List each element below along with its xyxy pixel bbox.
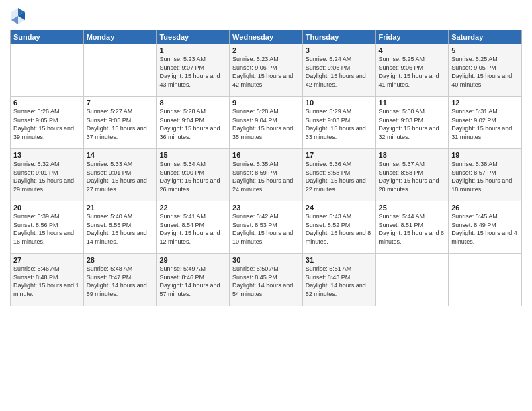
calendar-cell: 6Sunrise: 5:26 AM Sunset: 9:05 PM Daylig… xyxy=(11,97,84,149)
day-number: 10 xyxy=(306,99,373,107)
cell-content: Sunrise: 5:38 AM Sunset: 8:57 PM Dayligh… xyxy=(451,160,519,193)
calendar-cell: 20Sunrise: 5:39 AM Sunset: 8:56 PM Dayli… xyxy=(11,201,84,254)
cell-content: Sunrise: 5:51 AM Sunset: 8:43 PM Dayligh… xyxy=(306,265,373,298)
cell-content: Sunrise: 5:28 AM Sunset: 9:04 PM Dayligh… xyxy=(232,107,300,141)
calendar-cell: 2Sunrise: 5:23 AM Sunset: 9:06 PM Daylig… xyxy=(230,44,303,97)
cell-content: Sunrise: 5:23 AM Sunset: 9:06 PM Dayligh… xyxy=(232,55,300,89)
weekday-row: SundayMondayTuesdayWednesdayThursdayFrid… xyxy=(11,30,522,44)
calendar-week-row: 27Sunrise: 5:46 AM Sunset: 8:48 PM Dayli… xyxy=(11,254,522,306)
weekday-header: Thursday xyxy=(302,30,375,44)
cell-content: Sunrise: 5:36 AM Sunset: 8:58 PM Dayligh… xyxy=(306,160,373,193)
day-number: 17 xyxy=(306,151,373,159)
calendar-week-row: 13Sunrise: 5:32 AM Sunset: 9:01 PM Dayli… xyxy=(11,149,522,201)
calendar-cell: 16Sunrise: 5:35 AM Sunset: 8:59 PM Dayli… xyxy=(230,149,303,201)
day-number: 3 xyxy=(306,46,373,54)
calendar-cell: 12Sunrise: 5:31 AM Sunset: 9:02 PM Dayli… xyxy=(449,97,522,149)
day-number: 18 xyxy=(379,151,446,159)
weekday-header: Tuesday xyxy=(157,30,230,44)
day-number: 20 xyxy=(13,203,81,212)
day-number: 12 xyxy=(451,99,519,107)
calendar-cell: 3Sunrise: 5:24 AM Sunset: 9:06 PM Daylig… xyxy=(302,44,375,97)
calendar-week-row: 20Sunrise: 5:39 AM Sunset: 8:56 PM Dayli… xyxy=(11,201,522,254)
cell-content: Sunrise: 5:39 AM Sunset: 8:56 PM Dayligh… xyxy=(13,212,81,246)
calendar-cell: 25Sunrise: 5:44 AM Sunset: 8:51 PM Dayli… xyxy=(375,201,449,254)
cell-content: Sunrise: 5:46 AM Sunset: 8:48 PM Dayligh… xyxy=(13,265,81,298)
weekday-header: Sunday xyxy=(11,30,84,44)
calendar-cell: 30Sunrise: 5:50 AM Sunset: 8:45 PM Dayli… xyxy=(230,254,303,306)
day-number: 30 xyxy=(232,256,300,264)
calendar-cell: 26Sunrise: 5:45 AM Sunset: 8:49 PM Dayli… xyxy=(449,201,522,254)
cell-content: Sunrise: 5:35 AM Sunset: 8:59 PM Dayligh… xyxy=(232,160,300,193)
calendar-cell: 5Sunrise: 5:25 AM Sunset: 9:05 PM Daylig… xyxy=(449,44,522,97)
cell-content: Sunrise: 5:44 AM Sunset: 8:51 PM Dayligh… xyxy=(379,212,446,246)
cell-content: Sunrise: 5:30 AM Sunset: 9:03 PM Dayligh… xyxy=(379,107,446,141)
cell-content: Sunrise: 5:32 AM Sunset: 9:01 PM Dayligh… xyxy=(13,160,81,193)
weekday-header: Saturday xyxy=(449,30,522,44)
day-number: 24 xyxy=(306,203,373,212)
cell-content: Sunrise: 5:26 AM Sunset: 9:05 PM Dayligh… xyxy=(13,107,81,141)
calendar-cell: 9Sunrise: 5:28 AM Sunset: 9:04 PM Daylig… xyxy=(230,97,303,149)
logo xyxy=(10,7,28,26)
day-number: 27 xyxy=(13,256,81,264)
calendar-cell: 29Sunrise: 5:49 AM Sunset: 8:46 PM Dayli… xyxy=(157,254,230,306)
calendar-cell: 8Sunrise: 5:28 AM Sunset: 9:04 PM Daylig… xyxy=(157,97,230,149)
cell-content: Sunrise: 5:25 AM Sunset: 9:06 PM Dayligh… xyxy=(379,55,446,89)
calendar-cell: 22Sunrise: 5:41 AM Sunset: 8:54 PM Dayli… xyxy=(157,201,230,254)
day-number: 7 xyxy=(87,99,154,107)
weekday-header: Friday xyxy=(375,30,449,44)
day-number: 26 xyxy=(451,203,519,212)
cell-content: Sunrise: 5:29 AM Sunset: 9:03 PM Dayligh… xyxy=(306,107,373,141)
day-number: 28 xyxy=(87,256,154,264)
calendar-cell: 10Sunrise: 5:29 AM Sunset: 9:03 PM Dayli… xyxy=(302,97,375,149)
calendar-cell xyxy=(375,254,449,306)
calendar-cell: 28Sunrise: 5:48 AM Sunset: 8:47 PM Dayli… xyxy=(83,254,157,306)
cell-content: Sunrise: 5:25 AM Sunset: 9:05 PM Dayligh… xyxy=(451,55,519,89)
day-number: 5 xyxy=(451,46,519,54)
cell-content: Sunrise: 5:24 AM Sunset: 9:06 PM Dayligh… xyxy=(306,55,373,89)
calendar-cell: 4Sunrise: 5:25 AM Sunset: 9:06 PM Daylig… xyxy=(375,44,449,97)
day-number: 2 xyxy=(232,46,300,54)
day-number: 23 xyxy=(232,203,300,212)
calendar-cell: 11Sunrise: 5:30 AM Sunset: 9:03 PM Dayli… xyxy=(375,97,449,149)
calendar-cell: 14Sunrise: 5:33 AM Sunset: 9:01 PM Dayli… xyxy=(83,149,157,201)
calendar-cell xyxy=(83,44,157,97)
logo-icon xyxy=(10,7,26,26)
day-number: 21 xyxy=(87,203,154,212)
calendar-cell: 19Sunrise: 5:38 AM Sunset: 8:57 PM Dayli… xyxy=(449,149,522,201)
calendar-cell: 27Sunrise: 5:46 AM Sunset: 8:48 PM Dayli… xyxy=(11,254,84,306)
cell-content: Sunrise: 5:50 AM Sunset: 8:45 PM Dayligh… xyxy=(232,265,300,298)
day-number: 13 xyxy=(13,151,81,159)
cell-content: Sunrise: 5:28 AM Sunset: 9:04 PM Dayligh… xyxy=(159,107,226,141)
cell-content: Sunrise: 5:48 AM Sunset: 8:47 PM Dayligh… xyxy=(87,265,154,298)
day-number: 9 xyxy=(232,99,300,107)
calendar-cell xyxy=(449,254,522,306)
weekday-header: Wednesday xyxy=(230,30,303,44)
calendar-cell: 24Sunrise: 5:43 AM Sunset: 8:52 PM Dayli… xyxy=(302,201,375,254)
calendar-week-row: 1Sunrise: 5:23 AM Sunset: 9:07 PM Daylig… xyxy=(11,44,522,97)
day-number: 22 xyxy=(159,203,226,212)
day-number: 6 xyxy=(13,99,81,107)
cell-content: Sunrise: 5:33 AM Sunset: 9:01 PM Dayligh… xyxy=(87,160,154,193)
cell-content: Sunrise: 5:31 AM Sunset: 9:02 PM Dayligh… xyxy=(451,107,519,141)
day-number: 1 xyxy=(159,46,226,54)
calendar-cell: 18Sunrise: 5:37 AM Sunset: 8:58 PM Dayli… xyxy=(375,149,449,201)
cell-content: Sunrise: 5:42 AM Sunset: 8:53 PM Dayligh… xyxy=(232,212,300,246)
day-number: 8 xyxy=(159,99,226,107)
calendar-body: 1Sunrise: 5:23 AM Sunset: 9:07 PM Daylig… xyxy=(11,44,522,306)
day-number: 31 xyxy=(306,256,373,264)
cell-content: Sunrise: 5:41 AM Sunset: 8:54 PM Dayligh… xyxy=(159,212,226,246)
day-number: 11 xyxy=(379,99,446,107)
cell-content: Sunrise: 5:34 AM Sunset: 9:00 PM Dayligh… xyxy=(159,160,226,193)
day-number: 4 xyxy=(379,46,446,54)
page-header xyxy=(10,7,522,26)
day-number: 19 xyxy=(451,151,519,159)
calendar-cell: 17Sunrise: 5:36 AM Sunset: 8:58 PM Dayli… xyxy=(302,149,375,201)
calendar-cell: 7Sunrise: 5:27 AM Sunset: 9:05 PM Daylig… xyxy=(83,97,157,149)
cell-content: Sunrise: 5:49 AM Sunset: 8:46 PM Dayligh… xyxy=(159,265,226,298)
calendar-week-row: 6Sunrise: 5:26 AM Sunset: 9:05 PM Daylig… xyxy=(11,97,522,149)
calendar-cell: 15Sunrise: 5:34 AM Sunset: 9:00 PM Dayli… xyxy=(157,149,230,201)
day-number: 16 xyxy=(232,151,300,159)
calendar-cell xyxy=(11,44,84,97)
day-number: 25 xyxy=(379,203,446,212)
calendar-cell: 31Sunrise: 5:51 AM Sunset: 8:43 PM Dayli… xyxy=(302,254,375,306)
